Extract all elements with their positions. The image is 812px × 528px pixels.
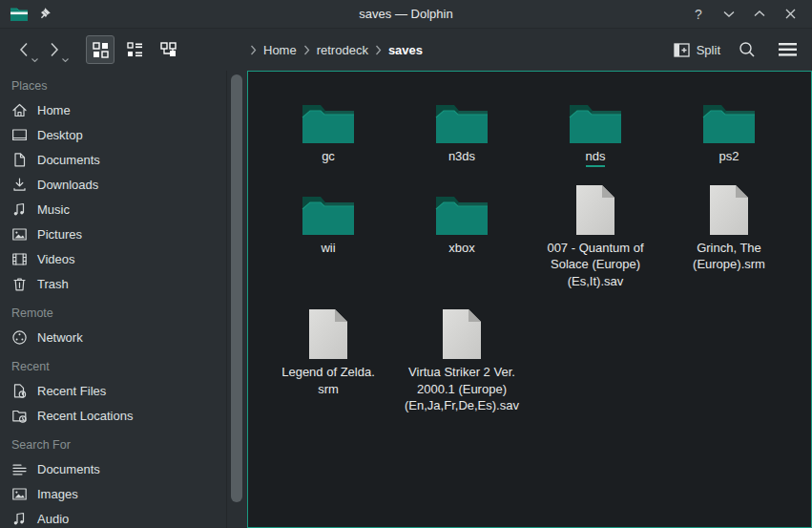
sidebar-item-desktop[interactable]: Desktop [11,122,226,147]
file-item-label: xbox [448,240,474,257]
sidebar-item-videos[interactable]: Videos [11,246,226,271]
sidebar-section: Places Home Desktop Documents Downloads … [11,74,226,296]
breadcrumb-chevron-icon [375,45,382,55]
file-item-legend-of-zelda[interactable]: Legend of Zelda. srm [261,293,395,401]
folder-item-wii[interactable]: wii [261,169,395,261]
sidebar-item-documents[interactable]: Documents [11,456,226,481]
sidebar-item-label: Documents [37,153,100,167]
sidebar-item-images[interactable]: Images [11,481,226,506]
folder-item-ps2[interactable]: ps2 [662,77,796,169]
minimize-button[interactable] [717,4,741,25]
help-icon: ? [695,7,702,22]
sidebar-section: Recent Recent Files Recent Locations [11,355,226,428]
forward-button[interactable] [42,36,67,63]
image-icon [11,486,28,502]
minimize-icon [723,11,735,17]
split-button[interactable]: Split [674,43,720,57]
folder-item-n3ds[interactable]: n3ds [395,77,529,169]
folder-icon [302,91,355,144]
sidebar-item-audio[interactable]: Audio [11,506,226,528]
back-dropdown-icon [31,58,38,62]
close-icon [785,9,796,19]
sidebar-item-label: Downloads [37,178,98,192]
maximize-button[interactable] [747,4,772,25]
split-label: Split [697,43,720,57]
sidebar-scrollbar [227,71,247,528]
sidebar-item-label: Trash [37,277,69,291]
tree-view-button[interactable] [155,35,183,64]
sidebar-item-label: Recent Files [37,384,106,398]
file-item-label: n3ds [448,148,475,165]
sidebar-item-label: Desktop [37,128,83,142]
file-item-label: 007 - Quantum of Solace (Europe) (Es,It)… [547,240,643,290]
sidebar-item-label: Videos [37,252,75,266]
close-button[interactable] [778,4,802,25]
hamburger-menu-icon [779,43,797,56]
folder-icon [435,182,489,236]
desktop-icon [11,127,28,143]
search-icon [739,41,756,58]
folder-item-gc[interactable]: gc [261,77,395,169]
video-icon [11,251,28,267]
folder-item-nds[interactable]: nds [529,77,662,169]
scrollbar-thumb[interactable] [231,74,242,502]
sidebar-item-label: Network [37,330,83,345]
document-icon [11,152,28,168]
back-button[interactable] [11,36,36,63]
sidebar-item-label: Audio [37,512,69,526]
back-icon [19,42,29,57]
sidebar-item-trash[interactable]: Trash [11,271,226,296]
details-view-button[interactable] [120,35,149,64]
file-item-label: ps2 [719,148,739,165]
home-icon [11,102,28,118]
split-icon [674,43,690,57]
trash-icon [11,276,28,292]
file-item-virtua-striker-2-ver[interactable]: Virtua Striker 2 Ver. 2000.1 (Europe) (E… [395,293,529,418]
sidebar-item-recent-locations[interactable]: Recent Locations [11,403,226,428]
sidebar-item-recent-files[interactable]: Recent Files [11,378,226,403]
file-item-label: Legend of Zelda. srm [281,364,375,397]
maximize-icon [754,11,765,17]
titlebar: saves — Dolphin ? [0,0,812,29]
search-button[interactable] [734,36,760,63]
sidebar-item-music[interactable]: Music [11,197,226,222]
music-icon [11,201,28,218]
sidebar-item-pictures[interactable]: Pictures [11,222,226,246]
sidebar-item-label: Pictures [37,227,82,242]
sidebar-section-title: Recent [11,355,226,378]
file-icon [308,306,348,360]
sidebar-item-documents[interactable]: Documents [11,147,226,172]
file-grid: gc n3ds nds ps2 wii xbox [261,77,811,418]
folder-icon [302,182,355,236]
file-item-007-quantum-of[interactable]: 007 - Quantum of Solace (Europe) (Es,It)… [529,169,662,294]
places-panel: Places Home Desktop Documents Downloads … [0,71,227,528]
breadcrumb-saves[interactable]: saves [388,43,423,57]
lines-icon [11,461,28,477]
file-icon [709,182,749,236]
dolphin-window: saves — Dolphin ? [0,0,812,528]
sidebar-section: Remote Network [11,302,226,349]
sidebar-item-label: Home [37,103,71,117]
dolphin-app-icon [10,7,29,22]
icons-view-button[interactable] [86,35,115,64]
sidebar-item-home[interactable]: Home [11,97,226,122]
folder-icon [435,91,489,144]
pin-icon[interactable] [37,7,52,21]
breadcrumb-retrodeck[interactable]: retrodeck [317,43,368,57]
file-icon [575,182,615,236]
folder-item-xbox[interactable]: xbox [395,169,529,261]
folder-view[interactable]: gc n3ds nds ps2 wii xbox [247,71,812,528]
menu-button[interactable] [774,36,801,63]
file-item-grinch-the[interactable]: Grinch, The (Europe).srm [662,169,796,277]
sidebar-item-label: Images [37,487,78,501]
sidebar-section-title: Places [11,74,226,97]
sidebar-item-network[interactable]: Network [11,325,226,349]
file-item-label: Grinch, The (Europe).srm [693,240,765,273]
details-view-icon [127,42,143,58]
sidebar-item-downloads[interactable]: Downloads [11,172,226,197]
help-button[interactable]: ? [686,4,711,25]
file-icon [442,306,482,360]
sidebar-item-label: Music [37,202,70,217]
breadcrumb-home[interactable]: Home [263,43,297,57]
breadcrumb: Home retrodeck saves [250,29,423,71]
